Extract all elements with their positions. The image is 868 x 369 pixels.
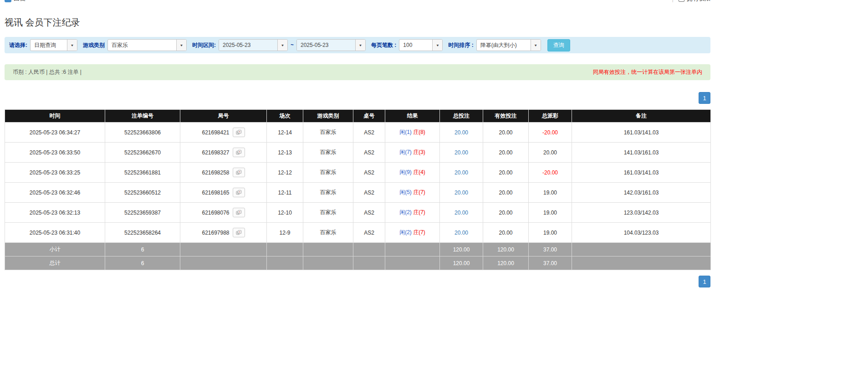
round-detail-button[interactable] [233,148,245,157]
search-button[interactable]: 查询 [547,39,570,51]
topbar-permission-label: 拥有权限 [687,0,710,3]
total-bet-link[interactable]: 20.00 [454,149,468,156]
date-from-dropdown-button[interactable]: ▼ [277,40,287,51]
column-header: 游戏类别 [303,110,353,123]
round-detail-button[interactable] [233,208,245,217]
permission-icon [679,0,684,2]
column-header: 结果 [385,110,440,123]
round-detail-icon [236,169,242,175]
banker-result: 庄(3) [413,149,425,155]
game-type-cell: 百家乐 [303,183,353,203]
payout-value: 19.00 [543,190,557,196]
topbar-reply-menu[interactable]: ✓ 回复 ▼ [5,0,31,3]
bet-id-cell: 522523658264 [105,223,180,243]
time-cell: 2025-05-23 06:33:25 [5,163,105,183]
game-type-value[interactable]: 百家乐 [108,40,176,51]
game-type-cell: 百家乐 [303,123,353,143]
table-row: 2025-05-23 06:34:27522523663806621698421… [5,123,711,143]
session-cell: 12-10 [267,203,303,223]
filter-bar: 请选择: 日期查询 ▼ 游戏类别 百家乐 ▼ 时间区间: 2025-05-23 … [5,37,710,53]
summary-total-bet-cell: 120.00 [440,243,483,256]
total-bet-link[interactable]: 20.00 [454,169,468,176]
select-type-combobox: 日期查询 ▼ [30,39,77,51]
valid-bet-notice-text: 同局有效投注，统一计算在该局第一张注单内 [593,68,702,76]
session-cell: 12-13 [267,143,303,163]
bet-id-cell: 522523662670 [105,143,180,163]
game-type-combobox: 百家乐 ▼ [107,39,187,51]
date-from-value[interactable]: 2025-05-23 [219,40,277,51]
column-header: 场次 [267,110,303,123]
round-cell: 621698258 [180,163,267,183]
caret-down-icon: ▼ [180,43,184,47]
summary-payout-cell: 37.00 [529,243,572,256]
table-number-cell: AS2 [353,183,385,203]
game-type-label: 游戏类别 [83,41,105,49]
summary-bar: 币别 : 人民币 | 总共 :6 注单 | 同局有效投注，统一计算在该局第一张注… [5,64,710,80]
range-separator: ~ [291,42,294,48]
date-from-picker: 2025-05-23 ▼ [219,39,288,51]
column-header: 桌号 [353,110,385,123]
column-header: 有效投注 [483,110,529,123]
total-bet-link[interactable]: 20.00 [454,210,468,216]
date-to-picker: 2025-05-23 ▼ [296,39,366,51]
payout-value: 20.00 [543,149,557,156]
time-cell: 2025-05-23 06:32:46 [5,183,105,203]
round-detail-button[interactable] [233,188,245,197]
column-header: 总派彩 [529,110,572,123]
column-header: 总投注 [440,110,483,123]
date-to-dropdown-button[interactable]: ▼ [355,40,365,51]
total-bet-link[interactable]: 20.00 [454,230,468,236]
sort-order-combobox: 降幂(由大到小) ▼ [476,39,541,51]
chevron-down-icon: ▼ [28,0,31,0]
page-button-1[interactable]: 1 [699,92,710,104]
game-type-cell: 百家乐 [303,143,353,163]
sort-order-dropdown-button[interactable]: ▼ [531,40,541,51]
total-bet-cell: 20.00 [440,163,483,183]
sort-order-value[interactable]: 降幂(由大到小) [477,40,531,51]
round-cell: 621698327 [180,143,267,163]
session-cell: 12-14 [267,123,303,143]
total-bet-link[interactable]: 20.00 [454,190,468,196]
banker-result: 庄(7) [413,229,425,236]
round-detail-button[interactable] [233,128,245,137]
total-bet-cell: 20.00 [440,143,483,163]
per-page-dropdown-button[interactable]: ▼ [432,40,442,51]
bet-id-cell: 522523661881 [105,163,180,183]
valid-bet-cell: 20.00 [483,163,529,183]
caret-down-icon: ▼ [359,43,363,47]
round-detail-button[interactable] [233,168,245,177]
check-icon: ✓ [5,0,11,2]
session-cell: 12-9 [267,223,303,243]
summary-count-cell: 6 [105,243,180,256]
note-cell: 161.03/141.03 [572,163,711,183]
total-bet-cell: 20.00 [440,203,483,223]
result-cell: 闲(1) 庄(8) [385,123,440,143]
bet-id-cell: 522523663806 [105,123,180,143]
player-result: 闲(2) [399,209,412,215]
summary-label-cell: 总计 [5,256,105,270]
per-page-value[interactable]: 100 [399,40,432,51]
select-type-value[interactable]: 日期查询 [31,40,67,51]
column-header: 时间 [5,110,105,123]
result-cell: 闲(2) 庄(7) [385,203,440,223]
select-type-dropdown-button[interactable]: ▼ [67,40,77,51]
banker-result: 庄(7) [413,209,425,215]
game-type-dropdown-button[interactable]: ▼ [176,40,186,51]
page-button-1[interactable]: 1 [699,276,710,287]
table-number-cell: AS2 [353,203,385,223]
summary-valid-bet-cell: 120.00 [483,243,529,256]
player-result: 闲(5) [399,189,412,195]
payout-cell: -20.00 [529,163,572,183]
result-cell: 闲(2) 庄(7) [385,223,440,243]
total-bet-link[interactable]: 20.00 [454,129,468,136]
per-page-label: 每页笔数 : [371,41,396,49]
topbar-divider: | [672,0,674,2]
round-cell: 621698076 [180,203,267,223]
currency-summary-text: 币别 : 人民币 | 总共 :6 注单 | [13,68,82,76]
per-page-combobox: 100 ▼ [399,39,443,51]
payout-value: -20.00 [542,129,558,136]
date-to-value[interactable]: 2025-05-23 [297,40,355,51]
topbar-permission-menu[interactable]: | 拥有权限 [669,0,710,3]
main-container: 视讯 会员下注纪录 请选择: 日期查询 ▼ 游戏类别 百家乐 ▼ 时间区间: 2… [5,16,710,287]
round-detail-button[interactable] [233,228,245,237]
